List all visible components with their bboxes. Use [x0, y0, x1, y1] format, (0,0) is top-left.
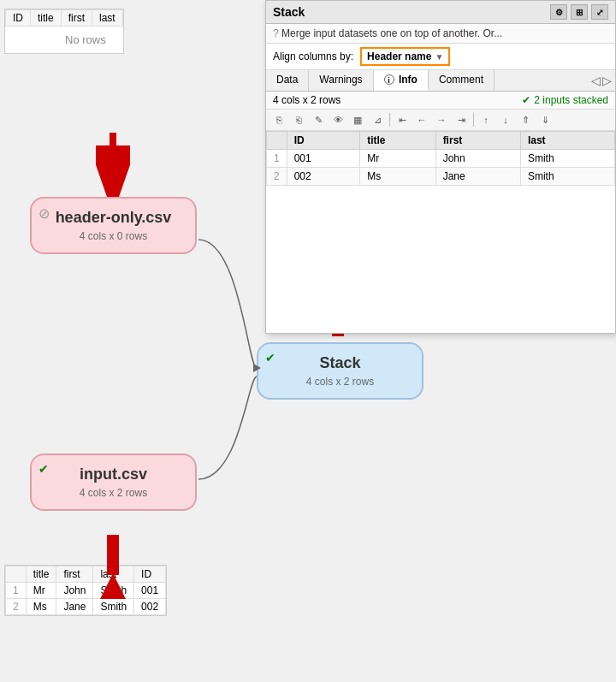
no-input-icon: ⊘ — [38, 205, 50, 222]
col-last-header: last — [520, 132, 614, 150]
col-title-header: title — [360, 132, 435, 150]
down-end-icon[interactable]: ⇓ — [536, 111, 554, 128]
stack-node[interactable]: ✔ Stack 4 cols x 2 rows — [257, 342, 424, 400]
align-dropdown[interactable]: Header name ▼ — [360, 47, 450, 66]
red-arrow-up — [96, 535, 130, 599]
view-icon[interactable]: 👁 — [329, 111, 347, 128]
stack-node-title: Stack — [275, 354, 405, 372]
panel-title-icons: ⚙ ⊞ ⤢ — [550, 4, 608, 20]
status-check-icon: ✔ — [522, 94, 530, 106]
right-end-icon[interactable]: ⇥ — [452, 111, 471, 128]
left-end-icon[interactable]: ⇤ — [393, 111, 412, 128]
col-id-header: ID — [6, 10, 31, 27]
align-label: Align columns by: — [273, 50, 353, 62]
tab-data-label: Data — [276, 74, 298, 86]
panel-title: Stack — [273, 5, 305, 19]
right-icon[interactable]: → — [432, 111, 451, 128]
columns-icon[interactable]: ▦ — [348, 111, 367, 128]
cell-first-2: Jane — [435, 168, 520, 186]
cell-title-2: Ms — [360, 168, 435, 186]
no-rows-label: No rows — [5, 27, 123, 53]
tab-info[interactable]: i Info — [374, 70, 429, 91]
col-first-header: first — [61, 10, 92, 27]
stack-node-subtitle: 4 cols x 2 rows — [275, 376, 405, 388]
col-first-header: first — [56, 566, 93, 583]
col-first-header: first — [435, 132, 520, 150]
input-preview-table: title first last ID 1 Mr John Smith 001 … — [4, 565, 167, 616]
expand-icon[interactable]: ⤢ — [591, 4, 608, 20]
col-id-header: ID — [134, 566, 166, 583]
left-icon[interactable]: ← — [412, 111, 431, 128]
table-icon[interactable]: ⊞ — [571, 4, 588, 20]
stack-panel: Stack ⚙ ⊞ ⤢ ? Merge input datasets one o… — [265, 0, 616, 334]
svg-marker-3 — [100, 175, 126, 197]
panel-status-bar: 4 cols x 2 rows ✔ 2 inputs stacked — [266, 92, 615, 110]
col-title-header: title — [26, 566, 56, 583]
cell-last-2: Smith — [520, 168, 614, 186]
cell-first-1: John — [435, 150, 520, 168]
align-row: Align columns by: Header name ▼ — [266, 44, 615, 70]
info-circle-icon: i — [384, 74, 394, 85]
svg-rect-8 — [107, 535, 119, 575]
status-right-text: 2 inputs stacked — [534, 94, 608, 106]
row-num-2: 2 — [267, 168, 287, 186]
stack-check-icon: ✔ — [265, 351, 275, 365]
col-title-header: title — [31, 10, 62, 27]
cell-id-2: 002 — [287, 168, 359, 186]
tab-prev-icon[interactable]: ◁ — [591, 74, 601, 87]
header-preview-table: ID title first last No rows — [4, 9, 124, 54]
status-right: ✔ 2 inputs stacked — [522, 94, 608, 106]
table-row: 2 Ms Jane Smith 002 — [6, 599, 166, 615]
cell-title-1: Mr — [360, 150, 435, 168]
tab-data[interactable]: Data — [266, 70, 309, 91]
cell-last-1: Smith — [520, 150, 614, 168]
table-row: 1 Mr John Smith 001 — [6, 583, 166, 599]
table-row: 1 001 Mr John Smith — [267, 150, 615, 168]
down-icon[interactable]: ↓ — [496, 111, 515, 128]
col-empty-header — [6, 566, 27, 583]
tab-warnings[interactable]: Warnings — [309, 70, 373, 91]
input-csv-node[interactable]: ✔ input.csv 4 cols x 2 rows — [30, 454, 197, 511]
red-arrow-down-1 — [96, 133, 130, 197]
col-id-header: ID — [287, 132, 359, 150]
dropdown-arrow-icon: ▼ — [435, 52, 443, 62]
header-only-title: header-only.csv — [49, 209, 178, 227]
help-icon: ? — [273, 27, 279, 39]
tab-warnings-label: Warnings — [319, 74, 362, 86]
up-icon[interactable]: ⇑ — [516, 111, 535, 128]
align-value: Header name — [367, 50, 431, 62]
row-num-header — [267, 132, 287, 150]
svg-marker-7 — [100, 573, 126, 599]
col-last-header: last — [92, 10, 123, 27]
tab-comment[interactable]: Comment — [429, 70, 495, 91]
filter-icon[interactable]: ⊿ — [368, 111, 387, 128]
tab-next-icon[interactable]: ▷ — [602, 74, 612, 87]
settings-icon[interactable]: ⚙ — [550, 4, 567, 20]
panel-description: ? Merge input datasets one on top of ano… — [266, 24, 615, 44]
input-csv-title: input.csv — [49, 466, 178, 483]
header-only-node[interactable]: ⊘ header-only.csv 4 cols x 0 rows — [30, 197, 197, 254]
status-left: 4 cols x 2 rows — [273, 94, 341, 106]
panel-data-table: ID title first last 1 001 Mr John Smith … — [266, 131, 615, 333]
row-num-1: 1 — [267, 150, 287, 168]
table-row: 2 002 Ms Jane Smith — [267, 168, 615, 186]
description-text: Merge input datasets one on top of anoth… — [281, 27, 502, 39]
up-end-icon[interactable]: ↑ — [477, 111, 495, 128]
header-only-subtitle: 4 cols x 0 rows — [49, 230, 178, 242]
input-csv-subtitle: 4 cols x 2 rows — [49, 487, 178, 499]
cell-id-1: 001 — [287, 150, 359, 168]
copy1-icon[interactable]: ⎘ — [270, 111, 288, 128]
tab-nav: ◁ ▷ — [591, 70, 615, 91]
copy2-icon[interactable]: ⎗ — [289, 111, 308, 128]
panel-tabs: Data Warnings i Info Comment ◁ ▷ — [266, 70, 615, 92]
toolbar-row: ⎘ ⎗ ✎ 👁 ▦ ⊿ ⇤ ← → ⇥ ↑ ↓ ⇑ ⇓ — [266, 110, 615, 131]
tab-comment-label: Comment — [439, 74, 483, 86]
panel-title-bar: Stack ⚙ ⊞ ⤢ — [266, 1, 615, 24]
check-icon: ✔ — [38, 462, 49, 476]
edit-icon[interactable]: ✎ — [309, 111, 328, 128]
tab-info-label: Info — [399, 74, 418, 86]
